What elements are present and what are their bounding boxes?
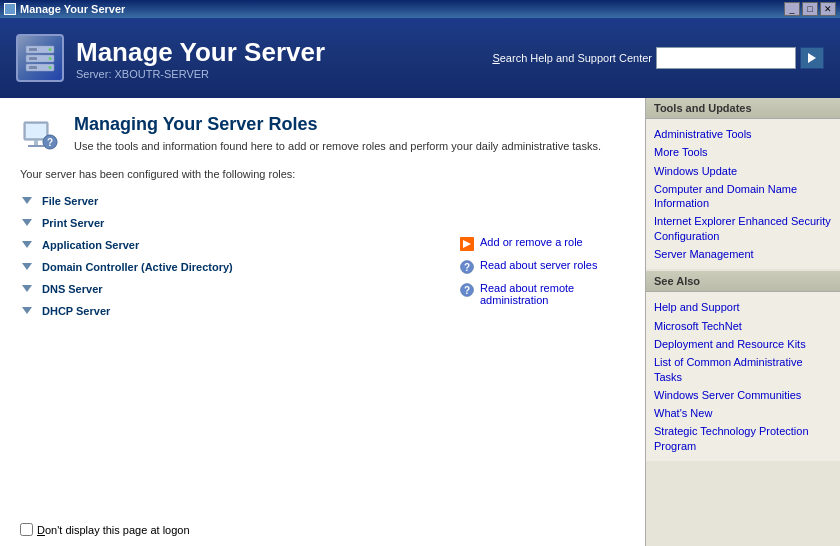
svg-rect-8 [29, 66, 37, 69]
header: Manage Your Server Server: XBOUTR-SERVER… [0, 18, 840, 98]
header-left: Manage Your Server Server: XBOUTR-SERVER [16, 34, 325, 82]
windows-update-link[interactable]: Windows Update [654, 162, 832, 180]
search-arrow-icon [805, 51, 819, 65]
minimize-button[interactable]: _ [784, 2, 800, 16]
svg-text:?: ? [47, 137, 53, 148]
roles-intro: Your server has been configured with the… [20, 168, 625, 180]
dont-display-checkbox[interactable] [20, 523, 33, 536]
main-container: ? Managing Your Server Roles Use the too… [0, 98, 840, 546]
server-subtitle: Server: XBOUTR-SERVER [76, 68, 325, 80]
header-title-group: Manage Your Server Server: XBOUTR-SERVER [76, 37, 325, 80]
role-print-server: Print Server [20, 212, 625, 234]
see-also-links: Help and Support Microsoft TechNet Deplo… [646, 292, 840, 461]
chevron-icon-6 [20, 304, 34, 318]
content-area: ? Managing Your Server Roles Use the too… [0, 98, 645, 546]
arrow-icon [460, 237, 474, 251]
more-tools-link[interactable]: More Tools [654, 143, 832, 161]
server-icon [16, 34, 64, 82]
chevron-icon-3 [20, 238, 34, 252]
svg-marker-9 [808, 53, 816, 63]
chevron-icon-2 [20, 216, 34, 230]
search-input[interactable] [656, 47, 796, 69]
search-button[interactable] [800, 47, 824, 69]
see-also-section: See Also Help and Support Microsoft Tech… [646, 271, 840, 461]
header-icon [16, 34, 64, 82]
deployment-resource-kits-link[interactable]: Deployment and Resource Kits [654, 335, 832, 353]
title-bar: Manage Your Server _ □ ✕ [0, 0, 840, 18]
close-button[interactable]: ✕ [820, 2, 836, 16]
app-title: Manage Your Server [76, 37, 325, 68]
chevron-icon-1 [20, 194, 34, 208]
server-icon-svg [22, 40, 58, 76]
tools-updates-links: Administrative Tools More Tools Windows … [646, 119, 840, 269]
svg-text:?: ? [464, 262, 470, 273]
svg-point-3 [49, 48, 52, 51]
role-file-server: File Server [20, 190, 625, 212]
app-icon [4, 3, 16, 15]
svg-marker-26 [22, 285, 32, 292]
help-support-link[interactable]: Help and Support [654, 298, 832, 316]
whats-new-link[interactable]: What's New [654, 404, 832, 422]
chevron-icon-5 [20, 282, 34, 296]
svg-rect-13 [28, 145, 44, 147]
computer-domain-link[interactable]: Computer and Domain Name Information [654, 180, 832, 213]
page-header: ? Managing Your Server Roles Use the too… [20, 114, 625, 154]
svg-rect-6 [29, 48, 37, 51]
svg-rect-7 [29, 57, 37, 60]
search-label: Search Help and Support Center [492, 52, 652, 64]
svg-rect-11 [26, 124, 46, 138]
maximize-button[interactable]: □ [802, 2, 818, 16]
svg-point-4 [49, 57, 52, 60]
ie-enhanced-security-link[interactable]: Internet Explorer Enhanced Security Conf… [654, 212, 832, 245]
tools-updates-section: Tools and Updates Administrative Tools M… [646, 98, 840, 269]
svg-marker-22 [22, 197, 32, 204]
dont-display-label[interactable]: Don't display this page at logon [37, 524, 190, 536]
read-remote-admin-link[interactable]: ? Read about remote administration [460, 282, 620, 306]
roles-icon-svg: ? [20, 114, 60, 154]
title-bar-text: Manage Your Server [4, 3, 125, 15]
chevron-icon-4 [20, 260, 34, 274]
strategic-technology-link[interactable]: Strategic Technology Protection Program [654, 422, 832, 455]
svg-point-5 [49, 66, 52, 69]
common-admin-tasks-link[interactable]: List of Common Administrative Tasks [654, 353, 832, 386]
administrative-tools-link[interactable]: Administrative Tools [654, 125, 832, 143]
svg-marker-23 [22, 219, 32, 226]
add-remove-role-link[interactable]: Add or remove a role [460, 236, 620, 251]
svg-marker-25 [22, 263, 32, 270]
svg-marker-24 [22, 241, 32, 248]
read-server-roles-link[interactable]: ? Read about server roles [460, 259, 620, 274]
windows-server-communities-link[interactable]: Windows Server Communities [654, 386, 832, 404]
server-management-link[interactable]: Server Management [654, 245, 832, 263]
window-controls[interactable]: _ □ ✕ [784, 2, 836, 16]
page-title: Managing Your Server Roles [74, 114, 601, 135]
microsoft-technet-link[interactable]: Microsoft TechNet [654, 317, 832, 335]
question-icon-1: ? [460, 260, 474, 274]
page-description: Use the tools and information found here… [74, 139, 601, 154]
tools-updates-header: Tools and Updates [646, 98, 840, 119]
footer-area: Don't display this page at logon [20, 523, 190, 536]
question-icon-2: ? [460, 283, 474, 297]
roles-icon: ? [20, 114, 60, 154]
svg-rect-12 [34, 140, 38, 145]
sidebar: Tools and Updates Administrative Tools M… [645, 98, 840, 546]
page-header-text: Managing Your Server Roles Use the tools… [74, 114, 601, 154]
header-search: Search Help and Support Center [492, 47, 824, 69]
svg-marker-27 [22, 307, 32, 314]
see-also-header: See Also [646, 271, 840, 292]
action-links: Add or remove a role ? Read about server… [460, 236, 620, 306]
svg-text:?: ? [464, 285, 470, 296]
